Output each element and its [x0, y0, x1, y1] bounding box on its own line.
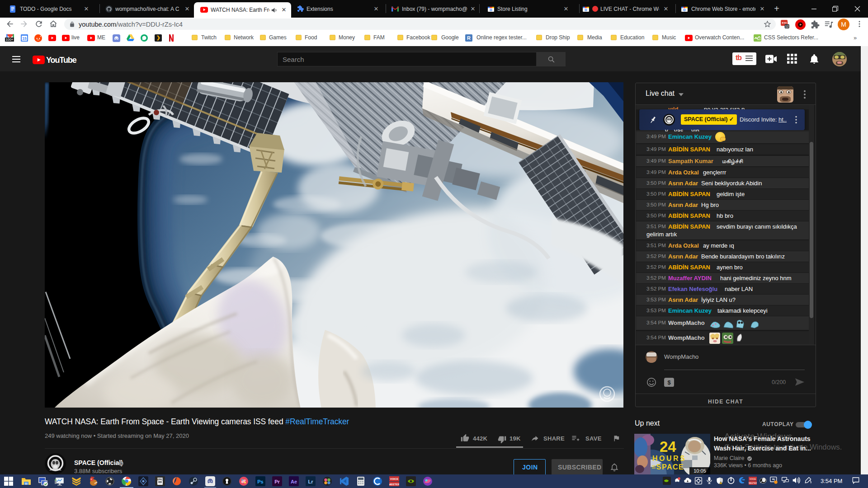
svg-text:MEETER: MEETER	[749, 482, 757, 484]
svg-text:!: !	[721, 482, 721, 484]
svg-text:VOICE: VOICE	[390, 478, 399, 480]
svg-text:12: 12	[785, 25, 789, 28]
svg-text:$: $	[667, 379, 670, 386]
svg-text:VOICE: VOICE	[750, 478, 756, 480]
svg-text:Ps: Ps	[257, 479, 263, 484]
svg-text:EPIC: EPIC	[157, 478, 163, 481]
svg-text:w3: w3	[757, 38, 761, 41]
svg-text:≡SPACE: ≡SPACE	[651, 463, 684, 471]
svg-text:10:05: 10:05	[693, 468, 706, 474]
svg-text:24: 24	[660, 438, 676, 455]
svg-text:Ae: Ae	[291, 479, 297, 484]
svg-text:Pr: Pr	[274, 479, 280, 484]
svg-text:HOURS: HOURS	[652, 455, 686, 462]
svg-text:MEETER: MEETER	[389, 483, 399, 486]
svg-text:Lr: Lr	[308, 479, 314, 484]
svg-text:15: 15	[22, 36, 27, 41]
